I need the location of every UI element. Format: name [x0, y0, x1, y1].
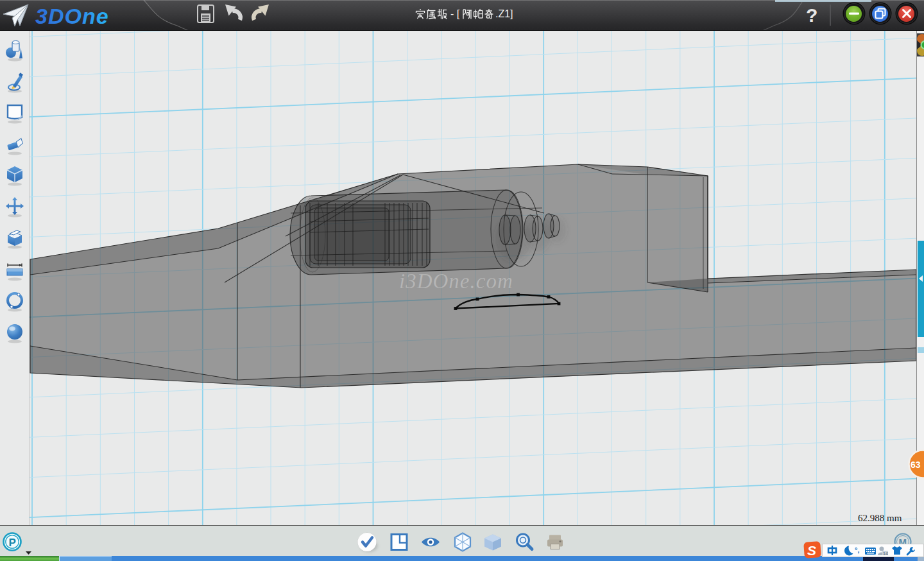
svg-text:P: P [9, 537, 16, 549]
svg-text:i3DOne.com: i3DOne.com [399, 270, 513, 293]
svg-text:62.988 mm: 62.988 mm [858, 513, 902, 523]
svg-text:.Z1]: .Z1] [495, 8, 513, 19]
svg-text:3DOne: 3DOne [35, 4, 109, 28]
svg-text:- [: - [ [450, 8, 460, 19]
svg-text:?: ? [806, 4, 817, 26]
svg-text:°,: °, [855, 546, 859, 554]
svg-text:63: 63 [911, 460, 921, 470]
svg-text:14: 14 [883, 551, 888, 556]
svg-text:S: S [807, 543, 816, 558]
